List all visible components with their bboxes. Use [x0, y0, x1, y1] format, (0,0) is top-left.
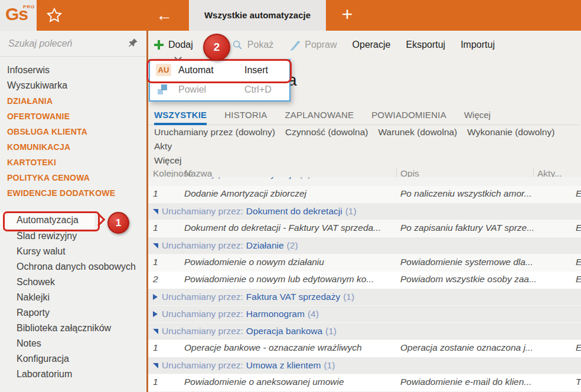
cell-kolejnosc: 2	[153, 274, 158, 285]
table-row[interactable]: 2Powiadomienie o nowym lub edytowanym ko…	[148, 272, 581, 289]
group-prefix: Uruchamiany przez:	[162, 309, 243, 319]
sidebar-item-kartoteki[interactable]: KARTOTEKI	[0, 155, 146, 170]
sidebar-item-konfiguracja[interactable]: Konfiguracja	[0, 351, 146, 367]
operacje-label: Operacje	[352, 40, 391, 50]
cell-opis: Powiadomienie systemowe dla...	[400, 257, 536, 267]
filter-uruchamiany-przez-dowolny[interactable]: Uruchamiany przez (dowolny)	[154, 127, 275, 138]
sidebar-item-ofertowanie[interactable]: OFERTOWANIE	[0, 109, 146, 124]
table-group-row[interactable]: Uruchamiany przez:Dokument do dekretacji…	[148, 203, 581, 220]
sidebar-item-obsługa-klienta[interactable]: OBSŁUGA KLIENTA	[0, 124, 146, 139]
menu-item-automat[interactable]: AUAutomatInsert	[150, 60, 289, 80]
search-input[interactable]	[7, 34, 122, 53]
filter-warunek-dowolna[interactable]: Warunek (dowolna)	[378, 127, 457, 138]
expand-triangle-icon	[153, 209, 158, 214]
sidebar: InfoserwisWyszukiwarkaDZIAŁANIAOFERTOWAN…	[0, 31, 146, 392]
table-group-row[interactable]: Uruchamiany przez:Harmonogram(4)	[148, 306, 581, 323]
importuj-button[interactable]: Importuj	[461, 40, 495, 50]
table-row[interactable]: 1Powiadomienie o nowym działaniuPowiadom…	[148, 254, 581, 272]
toolbar: DodajPokażPoprawOperacjeEksportujImportu…	[148, 31, 581, 59]
filter-czynność-dowolna[interactable]: Czynność (dowolna)	[285, 127, 368, 138]
table-row[interactable]: 1Dodanie Amortyzacji zbiorczejPo nalicze…	[148, 186, 581, 203]
sidebar-item-polityka-cenowa[interactable]: POLITYKA CENOWA	[0, 170, 146, 185]
brush-icon	[289, 40, 300, 51]
sidebar-item-biblioteka-załączników[interactable]: Biblioteka załączników	[0, 321, 146, 336]
popraw-label: Popraw	[305, 40, 337, 50]
group-row-inner: Uruchamiany przez:Amortyzacja(1)	[148, 177, 581, 182]
cell-truncated: E	[576, 274, 581, 285]
filter-akty[interactable]: Akty	[154, 141, 172, 152]
sidebar-item-działania[interactable]: DZIAŁANIA	[0, 93, 146, 109]
sidebar-item-schowek[interactable]: Schowek	[0, 275, 146, 290]
sidebar-item-wyszukiwarka[interactable]: Wyszukiwarka	[0, 78, 146, 93]
importuj-label: Importuj	[461, 40, 495, 50]
tab-zaplanowane[interactable]: ZAPLANOWANE	[285, 106, 354, 125]
sidebar-item-notes[interactable]: Notes	[0, 336, 146, 351]
cell-truncated: E	[576, 223, 581, 233]
sidebar-item-komunikacja[interactable]: KOMUNIKACJA	[0, 139, 146, 155]
cell-nazwa: Operacje bankowe - oznaczanie wrażliwych	[184, 342, 397, 353]
app-window: Gs PRO ← Wszystkie automatyzacje + Infos…	[0, 0, 581, 392]
plus-icon	[154, 40, 164, 50]
table-row[interactable]: 1Powiadomienie o aneksowanej umowiePowia…	[148, 374, 581, 391]
app-logo[interactable]: Gs PRO	[0, 0, 37, 31]
group-name: Operacja bankowa	[246, 326, 322, 337]
filter-wykonanie-dowolny[interactable]: Wykonanie (dowolny)	[467, 127, 554, 138]
menu-item-powiel[interactable]: PowielCtrl+D	[150, 80, 289, 99]
logo-sup-text: PRO	[23, 4, 35, 9]
pokaż-label: Pokaż	[247, 40, 273, 50]
tab-wszystkie[interactable]: WSZYSTKIE	[154, 106, 207, 125]
back-arrow-icon[interactable]: ←	[152, 4, 176, 27]
group-name: Dokument do dekretacji	[246, 206, 342, 217]
document-tab[interactable]: Wszystkie automatyzacje	[189, 0, 326, 31]
command-search	[0, 31, 146, 57]
sidebar-item-laboratorium[interactable]: Laboratorium	[0, 367, 146, 382]
table-group-row[interactable]: Uruchamiany przez:Działanie(2)	[148, 237, 581, 254]
collapse-triangle-icon	[153, 294, 158, 300]
cell-nazwa: Powiadomienie o nowym lub edytowanym ko.…	[184, 274, 397, 285]
cell-nazwa: Powiadomienie o aneksowanej umowie	[184, 377, 397, 387]
group-count: (1)	[324, 360, 335, 371]
pin-icon[interactable]	[128, 38, 138, 48]
cell-nazwa: Powiadomienie o nowym działaniu	[184, 257, 397, 267]
eksportuj-button[interactable]: Eksportuj	[406, 40, 445, 50]
cell-kolejnosc: 1	[153, 377, 158, 387]
tab-powiadomienia[interactable]: POWIADOMIENIA	[371, 106, 446, 125]
group-name: Amortyzacja	[246, 177, 296, 179]
cell-kolejnosc: 1	[153, 257, 158, 267]
table-group-row[interactable]: Uruchamiany przez:Faktura VAT sprzedaży(…	[148, 289, 581, 306]
filter-wiecej-label: Więcej	[154, 155, 182, 165]
sidebar-item-ewidencje-dodatkowe[interactable]: EWIDENCJE DODATKOWE	[0, 185, 146, 201]
pokaż-button[interactable]: Pokaż	[232, 40, 273, 50]
table-group-row-clipped[interactable]: Uruchamiany przez:Amortyzacja(1)	[148, 177, 581, 186]
sidebar-item-kursy-walut[interactable]: Kursy walut	[0, 244, 146, 259]
group-name: Umowa z klientem	[246, 360, 321, 371]
new-tab-button[interactable]: +	[331, 0, 364, 31]
operacje-button[interactable]: Operacje	[352, 40, 391, 50]
cell-nazwa: Dokument do dekretacji - Faktury VAT spr…	[184, 223, 397, 233]
sidebar-item-automatyzacja[interactable]: Automatyzacja	[0, 212, 94, 228]
popraw-button[interactable]: Popraw	[289, 40, 337, 51]
expand-triangle-icon	[153, 243, 158, 249]
sidebar-item-naklejki[interactable]: Naklejki	[0, 290, 146, 305]
sidebar-item-infoserwis[interactable]: Infoserwis	[0, 63, 146, 78]
tab-więcej[interactable]: Więcej	[464, 106, 491, 125]
table-row[interactable]: 1Operacje bankowe - oznaczanie wrażliwyc…	[148, 340, 581, 357]
table-group-row[interactable]: Uruchamiany przez:Umowa z klientem(1)	[148, 357, 581, 374]
group-count: (2)	[287, 240, 298, 251]
menu-item-label: Automat	[178, 65, 214, 76]
cell-kolejnosc: 1	[153, 223, 158, 233]
filter-wiecej[interactable]: Więcej	[154, 155, 581, 166]
table-group-row[interactable]: Uruchamiany przez:Operacja bankowa(1)	[148, 323, 581, 340]
dodaj-button[interactable]: Dodaj	[154, 40, 193, 50]
group-prefix: Uruchamiany przez:	[162, 240, 243, 251]
favorite-star-icon[interactable]	[46, 7, 63, 24]
cell-truncated: E	[576, 257, 581, 267]
sidebar-item-ochrona-danych-osobowych[interactable]: Ochrona danych osobowych	[0, 259, 146, 275]
automat-icon: AU	[156, 64, 171, 76]
table-row[interactable]: 1Dokument do dekretacji - Faktury VAT sp…	[148, 220, 581, 237]
sidebar-item-ślad-rewizyjny[interactable]: Ślad rewizyjny	[0, 228, 146, 244]
cell-truncated: E	[576, 188, 581, 199]
collapse-triangle-icon	[153, 311, 158, 317]
sidebar-item-raporty[interactable]: Raporty	[0, 305, 146, 321]
tab-historia[interactable]: HISTORIA	[224, 106, 267, 125]
